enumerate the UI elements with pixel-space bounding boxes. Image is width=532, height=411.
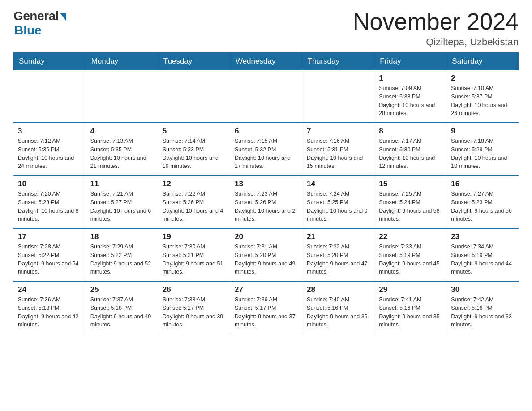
calendar-cell — [158, 70, 230, 123]
day-number: 9 — [451, 127, 514, 136]
day-info: Sunrise: 7:13 AMSunset: 5:35 PMDaylight:… — [90, 137, 153, 171]
calendar-cell: 9Sunrise: 7:18 AMSunset: 5:29 PMDaylight… — [446, 123, 519, 176]
day-number: 15 — [379, 180, 442, 188]
day-number: 22 — [379, 232, 442, 241]
day-number: 16 — [451, 180, 514, 188]
day-info: Sunrise: 7:31 AMSunset: 5:20 PMDaylight:… — [235, 243, 297, 276]
calendar-cell: 8Sunrise: 7:17 AMSunset: 5:30 PMDaylight… — [374, 123, 446, 176]
day-number: 28 — [307, 285, 369, 294]
calendar-cell — [302, 70, 374, 123]
day-number: 1 — [379, 74, 442, 83]
day-number: 8 — [379, 127, 442, 136]
day-number: 30 — [451, 285, 514, 294]
day-info: Sunrise: 7:38 AMSunset: 5:17 PMDaylight:… — [163, 295, 225, 329]
day-number: 4 — [90, 127, 153, 136]
logo-arrow-icon — [60, 13, 66, 21]
calendar-title: November 2024 — [353, 9, 519, 34]
calendar-cell: 6Sunrise: 7:15 AMSunset: 5:32 PMDaylight… — [230, 123, 302, 176]
day-number: 2 — [451, 74, 514, 83]
day-number: 14 — [307, 180, 369, 188]
day-number: 3 — [18, 127, 81, 136]
calendar-cell: 1Sunrise: 7:09 AMSunset: 5:38 PMDaylight… — [374, 70, 446, 123]
week-row-5: 24Sunrise: 7:36 AMSunset: 5:18 PMDayligh… — [13, 281, 519, 334]
day-info: Sunrise: 7:40 AMSunset: 5:16 PMDaylight:… — [307, 295, 369, 329]
calendar-cell: 21Sunrise: 7:32 AMSunset: 5:20 PMDayligh… — [302, 228, 374, 281]
calendar-cell: 3Sunrise: 7:12 AMSunset: 5:36 PMDaylight… — [13, 123, 86, 176]
week-row-3: 10Sunrise: 7:20 AMSunset: 5:28 PMDayligh… — [13, 176, 519, 228]
calendar-cell: 14Sunrise: 7:24 AMSunset: 5:25 PMDayligh… — [302, 176, 374, 228]
day-number: 11 — [90, 180, 153, 188]
day-number: 21 — [307, 232, 369, 241]
calendar-cell: 12Sunrise: 7:22 AMSunset: 5:26 PMDayligh… — [158, 176, 230, 228]
day-info: Sunrise: 7:27 AMSunset: 5:23 PMDaylight:… — [451, 190, 514, 223]
day-number: 25 — [90, 285, 153, 294]
day-number: 23 — [451, 232, 514, 241]
weekday-header-saturday: Saturday — [446, 52, 519, 70]
calendar-cell: 27Sunrise: 7:39 AMSunset: 5:17 PMDayligh… — [230, 281, 302, 334]
weekday-header-thursday: Thursday — [302, 52, 374, 70]
calendar-cell: 19Sunrise: 7:30 AMSunset: 5:21 PMDayligh… — [158, 228, 230, 281]
day-info: Sunrise: 7:41 AMSunset: 5:16 PMDaylight:… — [379, 295, 442, 329]
day-info: Sunrise: 7:14 AMSunset: 5:33 PMDaylight:… — [163, 137, 225, 171]
day-number: 13 — [235, 180, 297, 188]
logo-blue-text: Blue — [14, 23, 42, 38]
calendar-cell: 10Sunrise: 7:20 AMSunset: 5:28 PMDayligh… — [13, 176, 86, 228]
day-number: 18 — [90, 232, 153, 241]
calendar-cell: 30Sunrise: 7:42 AMSunset: 5:16 PMDayligh… — [446, 281, 519, 334]
day-info: Sunrise: 7:22 AMSunset: 5:26 PMDaylight:… — [163, 190, 225, 223]
day-info: Sunrise: 7:34 AMSunset: 5:19 PMDaylight:… — [451, 243, 514, 276]
day-info: Sunrise: 7:09 AMSunset: 5:38 PMDaylight:… — [379, 84, 442, 118]
calendar-cell: 29Sunrise: 7:41 AMSunset: 5:16 PMDayligh… — [374, 281, 446, 334]
day-info: Sunrise: 7:25 AMSunset: 5:24 PMDaylight:… — [379, 190, 442, 223]
calendar-cell: 18Sunrise: 7:29 AMSunset: 5:22 PMDayligh… — [86, 228, 158, 281]
day-info: Sunrise: 7:18 AMSunset: 5:29 PMDaylight:… — [451, 137, 514, 171]
calendar-cell — [230, 70, 302, 123]
calendar-cell: 24Sunrise: 7:36 AMSunset: 5:18 PMDayligh… — [13, 281, 86, 334]
calendar-cell: 2Sunrise: 7:10 AMSunset: 5:37 PMDaylight… — [446, 70, 519, 123]
page-header: General Blue November 2024 Qiziltepa, Uz… — [13, 9, 519, 48]
calendar-cell: 25Sunrise: 7:37 AMSunset: 5:18 PMDayligh… — [86, 281, 158, 334]
calendar-cell: 22Sunrise: 7:33 AMSunset: 5:19 PMDayligh… — [374, 228, 446, 281]
day-number: 24 — [18, 285, 81, 294]
day-info: Sunrise: 7:42 AMSunset: 5:16 PMDaylight:… — [451, 295, 514, 329]
day-info: Sunrise: 7:36 AMSunset: 5:18 PMDaylight:… — [18, 295, 81, 329]
calendar-cell — [86, 70, 158, 123]
calendar-cell: 11Sunrise: 7:21 AMSunset: 5:27 PMDayligh… — [86, 176, 158, 228]
day-info: Sunrise: 7:10 AMSunset: 5:37 PMDaylight:… — [451, 84, 514, 118]
day-info: Sunrise: 7:39 AMSunset: 5:17 PMDaylight:… — [235, 295, 297, 329]
weekday-header-wednesday: Wednesday — [230, 52, 302, 70]
calendar-cell: 17Sunrise: 7:28 AMSunset: 5:22 PMDayligh… — [13, 228, 86, 281]
calendar-cell: 16Sunrise: 7:27 AMSunset: 5:23 PMDayligh… — [446, 176, 519, 228]
week-row-2: 3Sunrise: 7:12 AMSunset: 5:36 PMDaylight… — [13, 123, 519, 176]
day-info: Sunrise: 7:12 AMSunset: 5:36 PMDaylight:… — [18, 137, 81, 171]
calendar-cell: 28Sunrise: 7:40 AMSunset: 5:16 PMDayligh… — [302, 281, 374, 334]
weekday-header-row: SundayMondayTuesdayWednesdayThursdayFrid… — [13, 52, 519, 70]
calendar-cell — [13, 70, 86, 123]
day-info: Sunrise: 7:30 AMSunset: 5:21 PMDaylight:… — [163, 243, 225, 276]
day-number: 10 — [18, 180, 81, 188]
day-info: Sunrise: 7:32 AMSunset: 5:20 PMDaylight:… — [307, 243, 369, 276]
week-row-1: 1Sunrise: 7:09 AMSunset: 5:38 PMDaylight… — [13, 70, 519, 123]
logo-general-text: General — [13, 9, 59, 23]
day-info: Sunrise: 7:20 AMSunset: 5:28 PMDaylight:… — [18, 190, 81, 223]
title-block: November 2024 Qiziltepa, Uzbekistan — [353, 9, 519, 48]
day-number: 26 — [163, 285, 225, 294]
day-number: 29 — [379, 285, 442, 294]
calendar-cell: 20Sunrise: 7:31 AMSunset: 5:20 PMDayligh… — [230, 228, 302, 281]
calendar-cell: 4Sunrise: 7:13 AMSunset: 5:35 PMDaylight… — [86, 123, 158, 176]
calendar-subtitle: Qiziltepa, Uzbekistan — [353, 36, 519, 48]
day-info: Sunrise: 7:21 AMSunset: 5:27 PMDaylight:… — [90, 190, 153, 223]
weekday-header-friday: Friday — [374, 52, 446, 70]
day-number: 27 — [235, 285, 297, 294]
calendar-table: SundayMondayTuesdayWednesdayThursdayFrid… — [13, 52, 519, 334]
day-number: 12 — [163, 180, 225, 188]
day-number: 20 — [235, 232, 297, 241]
day-number: 5 — [163, 127, 225, 136]
day-info: Sunrise: 7:28 AMSunset: 5:22 PMDaylight:… — [18, 243, 81, 276]
day-info: Sunrise: 7:17 AMSunset: 5:30 PMDaylight:… — [379, 137, 442, 171]
calendar-cell: 26Sunrise: 7:38 AMSunset: 5:17 PMDayligh… — [158, 281, 230, 334]
day-number: 6 — [235, 127, 297, 136]
weekday-header-sunday: Sunday — [13, 52, 86, 70]
day-info: Sunrise: 7:23 AMSunset: 5:26 PMDaylight:… — [235, 190, 297, 223]
calendar-cell: 23Sunrise: 7:34 AMSunset: 5:19 PMDayligh… — [446, 228, 519, 281]
